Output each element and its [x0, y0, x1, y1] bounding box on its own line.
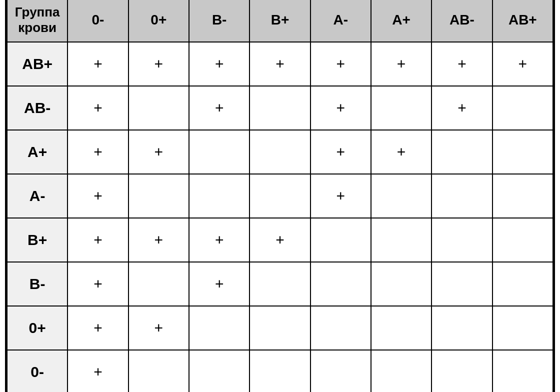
cell-4-5 [371, 218, 432, 262]
header-0plus: 0+ [128, 0, 189, 42]
cell-6-0: + [68, 306, 128, 350]
cell-5-1 [128, 262, 189, 306]
cell-6-3 [250, 306, 310, 350]
cell-4-1: + [128, 218, 189, 262]
cell-3-2 [189, 174, 250, 218]
cell-0-0: + [68, 42, 128, 86]
row-label-bminus: B- [7, 262, 68, 306]
cell-0-2: + [189, 42, 250, 86]
table-row: 0+++ [7, 306, 553, 350]
cell-5-3 [250, 262, 310, 306]
cell-6-5 [371, 306, 432, 350]
cell-0-1: + [128, 42, 189, 86]
header-bminus: B- [189, 0, 250, 42]
row-label-0minus: 0- [7, 350, 68, 392]
cell-7-5 [371, 350, 432, 392]
cell-7-7 [492, 350, 553, 392]
cell-3-5 [371, 174, 432, 218]
cell-2-5: + [371, 130, 432, 174]
cell-6-4 [310, 306, 371, 350]
cell-4-0: + [68, 218, 128, 262]
cell-7-2 [189, 350, 250, 392]
cell-6-2 [189, 306, 250, 350]
cell-7-3 [250, 350, 310, 392]
cell-5-0: + [68, 262, 128, 306]
cell-1-3 [250, 86, 310, 130]
cell-7-1 [128, 350, 189, 392]
header-aplus: A+ [371, 0, 432, 42]
cell-7-0: + [68, 350, 128, 392]
cell-2-2 [189, 130, 250, 174]
table-row: 0-+ [7, 350, 553, 392]
header-aminus: A- [310, 0, 371, 42]
cell-4-2: + [189, 218, 250, 262]
cell-0-4: + [310, 42, 371, 86]
cell-0-6: + [432, 42, 492, 86]
cell-0-5: + [371, 42, 432, 86]
cell-0-7: + [492, 42, 553, 86]
cell-1-5 [371, 86, 432, 130]
cell-5-7 [492, 262, 553, 306]
cell-3-1 [128, 174, 189, 218]
row-label-aminus: A- [7, 174, 68, 218]
cell-2-3 [250, 130, 310, 174]
cell-4-7 [492, 218, 553, 262]
cell-2-0: + [68, 130, 128, 174]
table-row: AB+++++++++ [7, 42, 553, 86]
cell-6-7 [492, 306, 553, 350]
cell-4-4 [310, 218, 371, 262]
blood-compatibility-table: Группакрови 0- 0+ B- B+ A- A+ AB- AB+ AB… [5, 0, 555, 392]
row-label-abplus: AB+ [7, 42, 68, 86]
cell-3-3 [250, 174, 310, 218]
table-row: A-++ [7, 174, 553, 218]
row-label-bplus: B+ [7, 218, 68, 262]
cell-4-3: + [250, 218, 310, 262]
cell-1-2: + [189, 86, 250, 130]
header-blood-group: Группакрови [7, 0, 68, 42]
cell-5-6 [432, 262, 492, 306]
cell-3-0: + [68, 174, 128, 218]
cell-1-6: + [432, 86, 492, 130]
table-row: B+++++ [7, 218, 553, 262]
cell-1-7 [492, 86, 553, 130]
cell-5-5 [371, 262, 432, 306]
cell-2-7 [492, 130, 553, 174]
cell-3-4: + [310, 174, 371, 218]
table-row: A+++++ [7, 130, 553, 174]
cell-5-2: + [189, 262, 250, 306]
cell-5-4 [310, 262, 371, 306]
header-abminus: AB- [432, 0, 492, 42]
row-label-0plus: 0+ [7, 306, 68, 350]
cell-7-4 [310, 350, 371, 392]
cell-6-6 [432, 306, 492, 350]
cell-2-1: + [128, 130, 189, 174]
header-bplus: B+ [250, 0, 310, 42]
cell-1-4: + [310, 86, 371, 130]
header-0minus: 0- [68, 0, 128, 42]
cell-3-7 [492, 174, 553, 218]
table-row: AB-++++ [7, 86, 553, 130]
cell-1-1 [128, 86, 189, 130]
cell-0-3: + [250, 42, 310, 86]
cell-2-6 [432, 130, 492, 174]
cell-4-6 [432, 218, 492, 262]
cell-7-6 [432, 350, 492, 392]
cell-6-1: + [128, 306, 189, 350]
header-abplus: AB+ [492, 0, 553, 42]
row-label-aplus: A+ [7, 130, 68, 174]
cell-3-6 [432, 174, 492, 218]
cell-2-4: + [310, 130, 371, 174]
row-label-abminus: AB- [7, 86, 68, 130]
cell-1-0: + [68, 86, 128, 130]
table-row: B-++ [7, 262, 553, 306]
